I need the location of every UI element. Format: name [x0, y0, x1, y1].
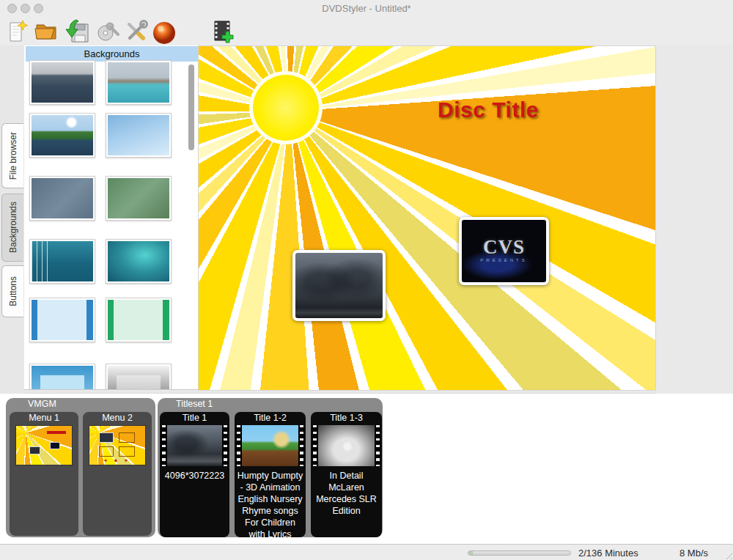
background-thumbnail-green-blur[interactable] — [106, 176, 172, 221]
save-project-button[interactable] — [65, 18, 91, 45]
menu-2-card[interactable]: Menu 2 ◄ ■ ► — [83, 412, 152, 536]
canvas-right-gutter — [656, 45, 733, 394]
background-thumbnail-coast-boat[interactable] — [106, 60, 172, 105]
burn-dvd-button[interactable] — [151, 18, 177, 45]
title-1-3-filmstrip — [312, 425, 380, 466]
titleset-group-label: Titleset 1 — [158, 398, 383, 410]
background-thumbnail-blue-sky[interactable] — [106, 113, 172, 158]
capacity-gauge — [468, 550, 571, 556]
background-thumbnail-blue-frame[interactable] — [29, 364, 95, 390]
background-thumbnail-lake[interactable] — [29, 113, 95, 158]
menu-video-button-2[interactable]: CVS PRESENTS — [459, 217, 549, 285]
toolbar — [0, 16, 733, 45]
duration-status: 2/136 Minutes — [578, 548, 638, 559]
menu-video-button-1[interactable] — [292, 250, 386, 321]
cvs-presents-text: PRESENTS — [462, 258, 546, 262]
panel-scrollbar-thumb[interactable] — [188, 65, 194, 150]
add-file-button[interactable] — [210, 18, 236, 45]
status-bar: 2/136 Minutes 8 Mb/s — [0, 544, 733, 560]
background-thumbnail-teal-lines[interactable] — [29, 239, 95, 284]
title-1-3-card[interactable]: Title 1-3 In Detail McLaren Mercedes SLR… — [311, 412, 382, 537]
sidebar-tabstrip: File browser Backgrounds Buttons — [0, 45, 24, 394]
background-thumbnail-teal-texture[interactable] — [106, 239, 172, 284]
title-1-2-caption: Humpty Dumpty - 3D Animation English Nur… — [235, 470, 306, 537]
window-title: DVDStyler - Untitled* — [0, 3, 733, 14]
new-project-button[interactable] — [4, 18, 30, 45]
backgrounds-panel-title: Backgrounds — [26, 46, 198, 62]
sun-graphic — [249, 71, 323, 144]
background-thumbnail-gray-blur[interactable] — [29, 176, 95, 221]
vmgm-group-label: VMGM — [6, 398, 155, 410]
menu-2-thumbnail: ◄ ■ ► — [89, 425, 146, 465]
menu-1-thumbnail — [15, 425, 73, 465]
background-thumbnail-blue-bars[interactable] — [29, 298, 95, 342]
bitrate-status: 8 Mb/s — [679, 548, 708, 559]
title-1-card[interactable]: Title 1 4096*3072223 — [160, 412, 229, 537]
vmgm-group: VMGM Menu 1 Menu 2 ◄ ■ ► — [6, 398, 155, 537]
open-project-button[interactable] — [33, 18, 59, 45]
title-bar: DVDStyler - Untitled* — [0, 0, 733, 16]
title-browser: VMGM Menu 1 Menu 2 ◄ ■ ► Titleset 1 Titl… — [0, 394, 733, 544]
title-1-filmstrip — [161, 425, 228, 466]
menu-1-card[interactable]: Menu 1 — [10, 412, 78, 536]
title-1-2-card[interactable]: Title 1-2 Humpty Dumpty - 3D Animation E… — [235, 412, 306, 537]
menu-editor-canvas[interactable]: Disc Title CVS PRESENTS — [198, 45, 656, 391]
background-thumbnail-gray-frame[interactable] — [106, 364, 172, 390]
title-1-2-filmstrip — [236, 425, 304, 466]
cvs-logo-text: CVS — [462, 236, 546, 259]
backgrounds-panel: Backgrounds — [24, 45, 198, 390]
workspace: File browser Backgrounds Buttons Backgro… — [0, 45, 733, 394]
disc-title-text[interactable]: Disc Title — [430, 97, 547, 122]
titleset-group: Titleset 1 Title 1 4096*3072223 Title 1-… — [158, 398, 383, 537]
title-1-caption: 4096*3072223 — [160, 470, 229, 482]
resize-grip[interactable] — [723, 550, 732, 559]
settings-button[interactable] — [123, 18, 150, 45]
background-thumbnail-green-bars[interactable] — [106, 298, 172, 342]
sidebar-tab-buttons[interactable]: Buttons — [1, 265, 23, 317]
title-1-3-caption: In Detail McLaren Mercedes SLR Edition — [311, 470, 382, 517]
dvd-options-button[interactable] — [95, 18, 122, 45]
sidebar-tab-backgrounds[interactable]: Backgrounds — [1, 194, 23, 262]
background-thumbnail-sea[interactable] — [29, 60, 95, 105]
sidebar-tab-file-browser[interactable]: File browser — [1, 123, 23, 188]
